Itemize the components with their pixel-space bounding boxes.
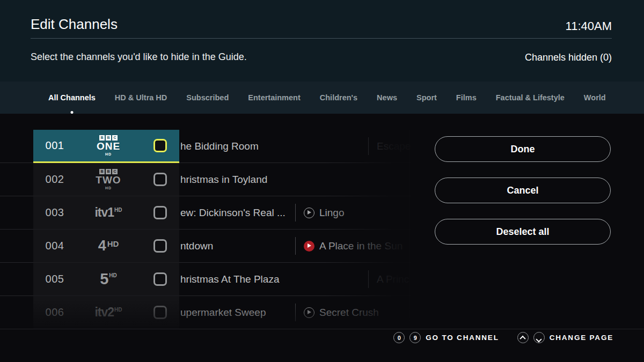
deselect-all-button[interactable]: Deselect all <box>435 219 611 245</box>
channel-number: 004 <box>33 240 76 252</box>
channel-name: ONE <box>97 141 120 152</box>
tab-world[interactable]: World <box>584 93 606 102</box>
hd-tag: HD <box>114 207 122 213</box>
hide-channel-checkbox[interactable] <box>153 272 167 286</box>
digit-badge-9[interactable]: 9 <box>409 332 421 343</box>
bottom-divider <box>0 329 644 329</box>
hide-channel-checkbox[interactable] <box>153 173 167 186</box>
change-page-label: CHANGE PAGE <box>550 334 613 342</box>
tab-subscribed[interactable]: Subscribed <box>186 93 229 102</box>
page-up-button[interactable] <box>517 332 529 343</box>
channel-number: 001 <box>33 139 76 152</box>
channel-row-003[interactable]: 003itv1HD <box>33 196 179 230</box>
hide-channel-checkbox[interactable] <box>153 206 167 219</box>
timeslot-divider <box>295 237 296 255</box>
channel-number: 005 <box>33 273 76 285</box>
channel-row-005[interactable]: 0055HD <box>33 263 179 296</box>
clock: 11:40AM <box>566 19 612 33</box>
remote-hints-footer: 09GO TO CHANNELCHANGE PAGE <box>393 332 613 343</box>
tab-children-s[interactable]: Children's <box>320 93 357 102</box>
hd-tag: HD <box>105 152 112 156</box>
hd-tag: HD <box>109 272 116 278</box>
programme-title: ntdown <box>180 240 213 252</box>
category-tabbar: All ChannelsHD & Ultra HDSubscribedEnter… <box>0 82 644 114</box>
channel-row-002[interactable]: 002BBCTWOHD <box>33 163 179 196</box>
hide-channel-checkbox[interactable] <box>153 239 167 253</box>
tab-hd-and-ultra-hd[interactable]: HD & Ultra HD <box>115 93 167 102</box>
go-to-channel-label: GO TO CHANNEL <box>426 334 499 342</box>
tab-all-channels[interactable]: All Channels <box>48 93 96 102</box>
channel-number: 002 <box>33 173 76 186</box>
bbc-one-hd-logo: BBCONEHD <box>76 135 141 157</box>
tab-factual-and-lifestyle[interactable]: Factual & Lifestyle <box>496 93 565 102</box>
channel4-hd-logo: 4HD <box>76 239 141 253</box>
page-title: Edit Channels <box>31 16 118 33</box>
channel-name: 4HD <box>98 239 119 253</box>
timeslot-divider <box>295 204 296 221</box>
hd-tag: HD <box>107 239 119 248</box>
channels-hidden-count: Channels hidden (0) <box>525 52 612 63</box>
programme-title: ew: Dickinson's Real ... <box>180 207 286 219</box>
channel-name: itv1HD <box>94 206 122 219</box>
programme-title: he Bidding Room <box>180 141 259 152</box>
chevron-down-icon <box>536 336 542 342</box>
digit-badge-0[interactable]: 0 <box>393 332 405 343</box>
programme-title: hristmas in Toyland <box>180 174 267 186</box>
bbc-blocks-icon: BBC <box>99 169 118 174</box>
done-button[interactable]: Done <box>435 136 611 162</box>
channel-name: TWO <box>96 175 121 186</box>
bbc-two-hd-logo: BBCTWOHD <box>76 169 141 190</box>
tab-sport[interactable]: Sport <box>416 93 437 102</box>
play-icon <box>304 208 314 218</box>
bottom-fade <box>0 299 419 329</box>
page-down-button[interactable] <box>533 332 545 343</box>
cancel-button[interactable]: Cancel <box>435 178 611 203</box>
channel-number: 003 <box>33 206 76 219</box>
channel-name: 5HD <box>100 271 117 287</box>
hide-channel-checkbox[interactable] <box>153 139 167 152</box>
tab-films[interactable]: Films <box>456 93 477 102</box>
channel-row-004[interactable]: 0044HD <box>33 230 179 263</box>
header: Edit Channels 11:40AM Select the channel… <box>0 0 644 82</box>
header-divider <box>31 38 612 39</box>
bbc-blocks-icon: BBC <box>99 135 118 141</box>
programme-title: hristmas At The Plaza <box>180 274 279 285</box>
channel5-hd-logo: 5HD <box>76 271 141 287</box>
itv1-hd-logo: itv1HD <box>76 206 141 219</box>
channel-row-001[interactable]: 001BBCONEHD <box>33 130 179 163</box>
tab-entertainment[interactable]: Entertainment <box>248 93 301 102</box>
hd-tag: HD <box>105 186 112 190</box>
chevron-up-icon <box>520 335 526 341</box>
record-play-icon <box>304 241 314 252</box>
page-subtitle: Select the channels you'd like to hide i… <box>31 51 247 63</box>
tab-news[interactable]: News <box>377 93 397 102</box>
